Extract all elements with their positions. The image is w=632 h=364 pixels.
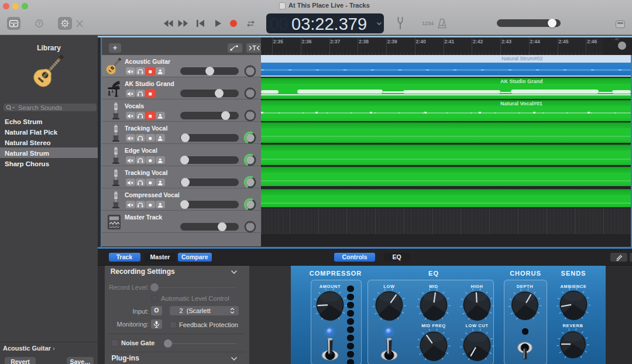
svg-text:?: ? xyxy=(37,20,41,26)
